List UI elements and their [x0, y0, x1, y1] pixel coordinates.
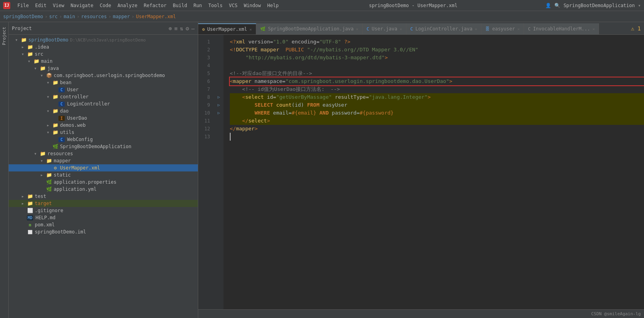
tab-close-easyuser[interactable]: ✕: [517, 27, 520, 31]
menu-file[interactable]: File: [15, 2, 31, 9]
tree-item-springbootapp[interactable]: ▸ 🌿 SpringBootDemoApplication: [9, 143, 198, 150]
doctype-tag: DOCTYPE mapper: [236, 46, 280, 54]
title-right-controls: 👤 🔍 SpringBootDemoApplication ▾: [545, 3, 641, 8]
tab-logincontroller[interactable]: C LoginController.java ✕: [406, 23, 481, 34]
tree-item-demos[interactable]: ▸ 📁 demos.web: [9, 122, 198, 129]
tree-item-com[interactable]: ▾ 📦 com.springboot.userlogin.springbootd…: [9, 72, 198, 79]
tree-item-appprops[interactable]: ▸ 🌿 application.properties: [9, 179, 198, 186]
menu-code[interactable]: Code: [98, 2, 114, 9]
tree-item-logincontroller[interactable]: ▸ C LoginController: [9, 100, 198, 107]
tree-arrow-bean: ▾: [47, 80, 52, 85]
menu-view[interactable]: View: [51, 2, 67, 9]
menu-refactor[interactable]: Refactor: [141, 2, 169, 9]
tree-arrow-controller: ▾: [47, 94, 52, 100]
tree-label-mapper-folder: mapper: [54, 158, 71, 164]
structure-icon[interactable]: ≡: [174, 25, 177, 32]
sql-param2: #{password}: [360, 109, 394, 117]
tree-item-static[interactable]: ▸ 📁 static: [9, 171, 198, 179]
menu-window[interactable]: Window: [241, 2, 263, 9]
mapper-ns-val: "com.springboot.userlogin.springbootdemo…: [285, 77, 449, 85]
ln-8: 8: [198, 93, 212, 101]
tree-item-pomxml[interactable]: ▸ m pom.xml: [9, 221, 198, 228]
tab-close-logincontroller[interactable]: ✕: [475, 27, 477, 31]
tab-close-springbootapp[interactable]: ✕: [356, 27, 359, 31]
tree-item-target[interactable]: ▸ 📁 target: [9, 200, 198, 207]
tree-item-dao[interactable]: ▾ 📁 dao: [9, 107, 198, 115]
breadcrumb-resources[interactable]: resources: [81, 14, 107, 19]
mapper-end-tag: mapper: [236, 125, 255, 133]
tree-item-root[interactable]: ▾ 📁 springBootDemo D:\NCB\ncbJava\spring…: [9, 36, 198, 43]
tab-close-invocable[interactable]: ✕: [592, 27, 595, 31]
tree-label-com: com.springboot.userlogin.springbootdemo: [54, 73, 165, 78]
tree-item-helpmd[interactable]: ▸ MD HELP.md: [9, 214, 198, 221]
code-line-7: <!-- id值为UserDao接口方法名: -->: [230, 85, 644, 93]
menu-tools[interactable]: Tools: [206, 2, 225, 9]
tree-item-gitignore[interactable]: ▸ ⬜ .gitignore: [9, 207, 198, 214]
doctype-public: PUBLIC: [279, 46, 304, 54]
project-tab-label[interactable]: Project: [0, 24, 8, 48]
tree-label-utils: utils: [60, 130, 74, 135]
tab-close-user[interactable]: ✕: [400, 27, 402, 31]
tab-user[interactable]: C User.java ✕: [363, 23, 407, 34]
menu-build[interactable]: Build: [171, 2, 190, 9]
folder-icon-test: 📁: [27, 194, 33, 199]
tab-invocable[interactable]: C InvocableHandlerM... ✕: [524, 23, 599, 34]
tree-item-webconfig[interactable]: ▸ C WebConfig: [9, 136, 198, 143]
tree-item-userdao[interactable]: ▸ I UserDao: [9, 115, 198, 122]
folder-icon-dao: 📁: [52, 108, 58, 114]
springboot-icon: 🌿: [52, 144, 58, 149]
sql-from: [304, 101, 307, 109]
tree-label-src: src: [35, 51, 43, 57]
user-icon[interactable]: 👤: [545, 3, 551, 8]
tab-springbootapp[interactable]: 🌿 SpringBootDemoApplication.java ✕: [256, 23, 363, 34]
code-content[interactable]: <?xml version="1.0" encoding="UTF-8" ?> …: [223, 35, 644, 309]
tree-label-usermapper: UserMapper.xml: [60, 165, 100, 171]
tree-arrow-src: ▾: [21, 51, 27, 57]
breadcrumb-mapper[interactable]: mapper: [113, 14, 130, 19]
sort-icon[interactable]: ⇅: [180, 25, 183, 32]
breadcrumb-src[interactable]: src: [49, 14, 58, 19]
tree-item-java[interactable]: ▾ 📁 java: [9, 65, 198, 72]
tree-item-utils[interactable]: ▾ 📁 utils: [9, 129, 198, 136]
select-bracket-close: >: [428, 93, 431, 101]
search-icon[interactable]: 🔍: [554, 3, 560, 8]
doctype-val: "-//mybatis.org//DTD Mapper 3.0//EN": [304, 46, 419, 54]
tree-label-appprops: application.properties: [54, 179, 116, 185]
tree-label-bean: bean: [60, 80, 71, 85]
menu-run[interactable]: Run: [191, 2, 205, 9]
collapse-all-icon[interactable]: ⊕: [169, 25, 172, 32]
tab-easyuser[interactable]: 🗄 easyuser ✕: [481, 23, 524, 34]
tree-item-controller[interactable]: ▾ 📁 controller: [9, 93, 198, 100]
tree-item-appyml[interactable]: ▸ 🌿 application.yml: [9, 186, 198, 193]
tree-item-src[interactable]: ▾ 📁 src: [9, 51, 198, 58]
breadcrumb-project[interactable]: springBootDemo: [3, 14, 43, 19]
menu-help[interactable]: Help: [265, 2, 281, 9]
tree-item-usermapper[interactable]: ▸ ⚙ UserMapper.xml: [9, 164, 198, 171]
tree-item-idea[interactable]: ▸ 📁 .idea: [9, 43, 198, 51]
tree-item-iml[interactable]: ▸ ⬜ springBootDemo.iml: [9, 228, 198, 235]
breadcrumb-sep-5: ›: [131, 14, 134, 19]
tree-item-resources[interactable]: ▾ 📁 resources: [9, 150, 198, 157]
tree-item-main[interactable]: ▾ 📁 main: [9, 58, 198, 65]
pi-encoding: encoding=: [289, 38, 319, 46]
menu-vcs[interactable]: VCS: [227, 2, 240, 9]
run-dropdown-icon[interactable]: ▾: [638, 3, 641, 8]
tree-item-test[interactable]: ▸ 📁 test: [9, 193, 198, 200]
menu-edit[interactable]: Edit: [33, 2, 49, 9]
tab-usermapper[interactable]: ⚙ UserMapper.xml ✕: [198, 23, 256, 34]
tree-item-mapper-folder[interactable]: ▾ 📁 mapper: [9, 157, 198, 164]
comment-id: <!-- id值为UserDao接口方法名: -->: [230, 85, 340, 93]
tree-item-bean[interactable]: ▾ 📁 bean: [9, 79, 198, 86]
menu-navigate[interactable]: Navigate: [68, 2, 96, 9]
menu-analyze[interactable]: Analyze: [115, 2, 140, 9]
settings-icon[interactable]: ⚙: [186, 25, 189, 32]
minimize-icon[interactable]: —: [192, 25, 195, 32]
code-editor[interactable]: 1 2 3 4 5 6 7 8 9 10 11 12 13: [198, 35, 644, 309]
line10-indent: [230, 109, 255, 117]
tree-item-user-class[interactable]: ▸ C User: [9, 86, 198, 93]
breadcrumb-main[interactable]: main: [64, 14, 75, 19]
run-config-label[interactable]: SpringBootDemoApplication: [563, 3, 635, 8]
ln-13: 13: [198, 133, 212, 141]
tab-close-usermapper[interactable]: ✕: [250, 27, 252, 32]
breadcrumb-file[interactable]: UserMapper.xml: [136, 14, 176, 19]
